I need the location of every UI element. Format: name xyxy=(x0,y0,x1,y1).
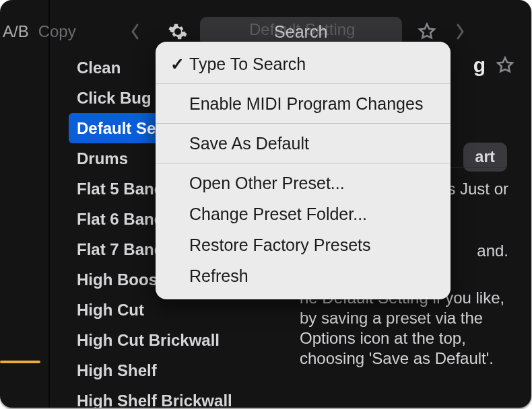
menu-item-label: Restore Factory Presets xyxy=(170,235,371,255)
menu-item-label: Change Preset Folder... xyxy=(170,204,367,224)
menu-item[interactable]: Restore Factory Presets xyxy=(156,229,451,260)
star-icon[interactable] xyxy=(495,55,515,75)
vertical-divider xyxy=(48,0,50,408)
detail-title: g xyxy=(473,54,486,77)
prev-preset-button[interactable] xyxy=(130,23,141,40)
app-frame: Default Setting A/B Copy Search CleanCli… xyxy=(0,0,531,408)
options-menu: ✓Type To SearchEnable MIDI Program Chang… xyxy=(156,42,451,299)
menu-separator xyxy=(156,123,451,124)
menu-item[interactable]: Refresh xyxy=(156,260,451,291)
menu-separator xyxy=(156,163,451,163)
menu-item-label: Save As Default xyxy=(170,133,309,153)
next-preset-button[interactable] xyxy=(455,23,465,40)
ab-toggle[interactable]: A/B xyxy=(3,22,29,41)
menu-item[interactable]: Change Preset Folder... xyxy=(156,198,451,229)
search-placeholder: Search xyxy=(274,22,327,42)
gear-icon[interactable] xyxy=(168,22,188,42)
favorite-toggle[interactable] xyxy=(417,22,437,42)
menu-item[interactable]: Open Other Preset... xyxy=(156,168,451,198)
menu-item-label: Refresh xyxy=(170,266,248,286)
preset-item[interactable]: High Cut Brickwall xyxy=(69,325,296,355)
menu-item-label: Open Other Preset... xyxy=(170,173,345,193)
menu-item[interactable]: Enable MIDI Program Changes xyxy=(156,88,451,119)
preset-item[interactable]: High Shelf xyxy=(69,355,296,385)
menu-item[interactable]: ✓Type To Search xyxy=(156,48,451,79)
check-icon: ✓ xyxy=(170,54,189,74)
menu-separator xyxy=(156,83,451,84)
menu-item-label: Type To Search xyxy=(189,54,306,74)
preset-item[interactable]: High Shelf Brickwall xyxy=(69,385,296,408)
menu-item-label: Enable MIDI Program Changes xyxy=(170,94,423,114)
menu-item[interactable]: Save As Default xyxy=(156,128,451,159)
accent-marker xyxy=(0,361,40,363)
copy-button[interactable]: Copy xyxy=(38,22,76,41)
detail-paragraph-2: he he Default Setting if you like, by sa… xyxy=(300,288,508,369)
